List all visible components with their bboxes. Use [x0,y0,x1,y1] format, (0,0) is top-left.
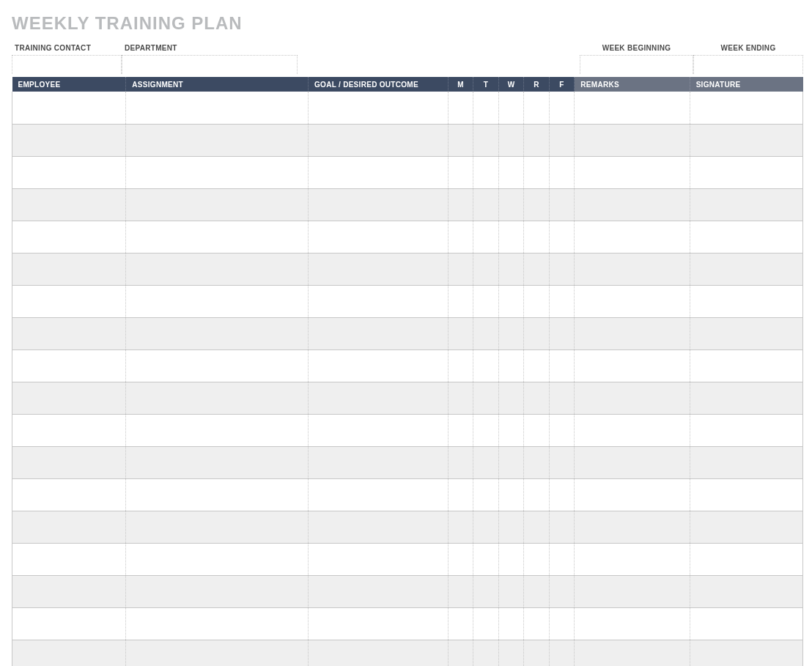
cell-assignment[interactable] [126,156,309,188]
cell-t[interactable] [473,349,499,382]
cell-signature[interactable] [690,124,802,156]
cell-m[interactable] [448,543,473,575]
cell-r[interactable] [524,478,550,511]
cell-w[interactable] [498,543,524,575]
cell-r[interactable] [524,221,550,253]
cell-r[interactable] [524,317,550,349]
cell-goal[interactable] [308,640,448,666]
cell-goal[interactable] [308,446,448,478]
cell-f[interactable] [549,317,575,349]
cell-signature[interactable] [690,543,802,575]
cell-w[interactable] [498,511,524,543]
cell-remarks[interactable] [575,285,690,317]
cell-remarks[interactable] [575,188,690,221]
cell-employee[interactable] [12,349,126,382]
cell-w[interactable] [498,607,524,640]
cell-employee[interactable] [12,543,126,575]
cell-t[interactable] [473,478,499,511]
cell-employee[interactable] [12,253,126,285]
cell-remarks[interactable] [575,640,690,666]
cell-m[interactable] [448,317,473,349]
cell-t[interactable] [473,446,499,478]
cell-t[interactable] [473,382,499,414]
cell-r[interactable] [524,188,550,221]
cell-goal[interactable] [308,221,448,253]
cell-assignment[interactable] [126,640,309,666]
cell-employee[interactable] [12,382,126,414]
cell-signature[interactable] [690,317,802,349]
cell-f[interactable] [549,446,575,478]
cell-f[interactable] [549,156,575,188]
cell-w[interactable] [498,317,524,349]
cell-employee[interactable] [12,575,126,607]
cell-assignment[interactable] [126,221,309,253]
cell-f[interactable] [549,478,575,511]
cell-r[interactable] [524,446,550,478]
cell-employee[interactable] [12,317,126,349]
cell-m[interactable] [448,285,473,317]
cell-r[interactable] [524,640,550,666]
cell-employee[interactable] [12,188,126,221]
cell-signature[interactable] [690,349,802,382]
cell-signature[interactable] [690,92,802,124]
cell-goal[interactable] [308,543,448,575]
cell-t[interactable] [473,511,499,543]
cell-remarks[interactable] [575,414,690,446]
cell-m[interactable] [448,253,473,285]
cell-signature[interactable] [690,285,802,317]
cell-signature[interactable] [690,478,802,511]
cell-remarks[interactable] [575,253,690,285]
cell-signature[interactable] [690,575,802,607]
cell-signature[interactable] [690,221,802,253]
cell-assignment[interactable] [126,607,309,640]
cell-employee[interactable] [12,478,126,511]
cell-signature[interactable] [690,382,802,414]
cell-goal[interactable] [308,188,448,221]
cell-signature[interactable] [690,414,802,446]
cell-t[interactable] [473,285,499,317]
cell-employee[interactable] [12,511,126,543]
cell-remarks[interactable] [575,575,690,607]
cell-f[interactable] [549,285,575,317]
cell-remarks[interactable] [575,317,690,349]
cell-remarks[interactable] [575,446,690,478]
cell-goal[interactable] [308,253,448,285]
cell-signature[interactable] [690,188,802,221]
cell-signature[interactable] [690,640,802,666]
cell-r[interactable] [524,156,550,188]
cell-m[interactable] [448,349,473,382]
cell-goal[interactable] [308,317,448,349]
cell-f[interactable] [549,221,575,253]
cell-w[interactable] [498,285,524,317]
cell-r[interactable] [524,382,550,414]
cell-r[interactable] [524,414,550,446]
week-beginning-input[interactable] [580,55,693,74]
cell-w[interactable] [498,349,524,382]
cell-employee[interactable] [12,221,126,253]
cell-assignment[interactable] [126,511,309,543]
cell-m[interactable] [448,575,473,607]
cell-remarks[interactable] [575,221,690,253]
cell-f[interactable] [549,349,575,382]
cell-employee[interactable] [12,414,126,446]
cell-w[interactable] [498,124,524,156]
cell-goal[interactable] [308,607,448,640]
cell-m[interactable] [448,446,473,478]
cell-m[interactable] [448,382,473,414]
cell-t[interactable] [473,124,499,156]
cell-t[interactable] [473,92,499,124]
cell-r[interactable] [524,124,550,156]
cell-signature[interactable] [690,607,802,640]
cell-employee[interactable] [12,124,126,156]
cell-f[interactable] [549,188,575,221]
cell-remarks[interactable] [575,349,690,382]
cell-m[interactable] [448,221,473,253]
cell-signature[interactable] [690,253,802,285]
cell-employee[interactable] [12,607,126,640]
week-ending-input[interactable] [693,55,803,74]
cell-goal[interactable] [308,414,448,446]
cell-assignment[interactable] [126,188,309,221]
cell-assignment[interactable] [126,92,309,124]
cell-f[interactable] [549,543,575,575]
cell-t[interactable] [473,188,499,221]
